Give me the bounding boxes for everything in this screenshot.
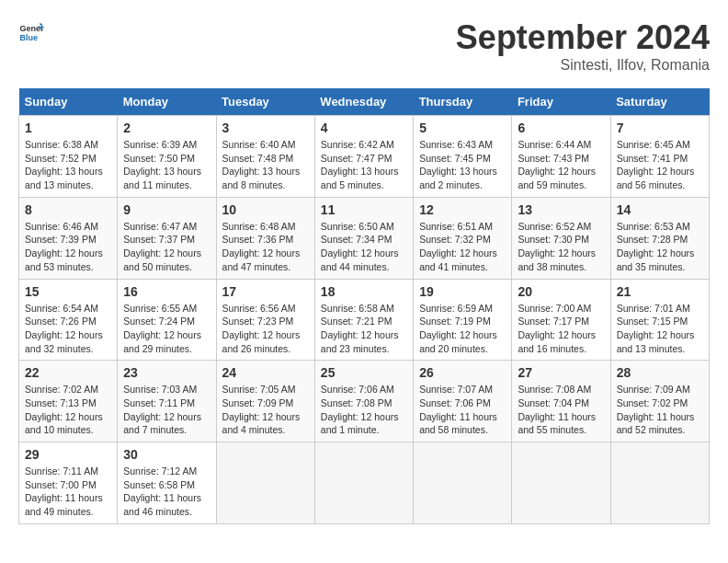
day-cell [414, 442, 512, 524]
col-monday: Monday [118, 88, 216, 116]
day-info: Sunrise: 6:40 AM Sunset: 7:48 PM Dayligh… [222, 138, 309, 192]
day-number: 12 [419, 202, 506, 217]
day-info: Sunrise: 6:48 AM Sunset: 7:36 PM Dayligh… [222, 220, 309, 274]
day-info: Sunrise: 6:39 AM Sunset: 7:50 PM Dayligh… [123, 138, 210, 192]
day-number: 7 [617, 121, 703, 135]
day-number: 16 [123, 284, 210, 299]
day-number: 5 [419, 121, 506, 135]
week-row-3: 15 Sunrise: 6:54 AM Sunset: 7:26 PM Dayl… [19, 279, 710, 361]
day-number: 9 [123, 202, 210, 217]
day-info: Sunrise: 6:38 AM Sunset: 7:52 PM Dayligh… [25, 138, 111, 192]
day-info: Sunrise: 7:05 AM Sunset: 7:09 PM Dayligh… [222, 383, 309, 437]
svg-text:General: General [19, 24, 44, 33]
day-info: Sunrise: 7:00 AM Sunset: 7:17 PM Dayligh… [518, 302, 604, 356]
day-cell: 10 Sunrise: 6:48 AM Sunset: 7:36 PM Dayl… [216, 197, 314, 279]
day-info: Sunrise: 6:42 AM Sunset: 7:47 PM Dayligh… [321, 138, 407, 192]
day-number: 3 [222, 121, 309, 135]
day-number: 13 [518, 202, 604, 217]
day-number: 30 [123, 447, 210, 462]
day-number: 14 [617, 202, 703, 217]
day-cell: 21 Sunrise: 7:01 AM Sunset: 7:15 PM Dayl… [610, 279, 709, 361]
week-row-1: 1 Sunrise: 6:38 AM Sunset: 7:52 PM Dayli… [19, 116, 710, 198]
day-cell: 6 Sunrise: 6:44 AM Sunset: 7:43 PM Dayli… [512, 116, 610, 198]
day-cell: 20 Sunrise: 7:00 AM Sunset: 7:17 PM Dayl… [512, 279, 610, 361]
day-cell: 19 Sunrise: 6:59 AM Sunset: 7:19 PM Dayl… [414, 279, 512, 361]
day-cell: 30 Sunrise: 7:12 AM Sunset: 6:58 PM Dayl… [118, 442, 216, 524]
day-cell: 29 Sunrise: 7:11 AM Sunset: 7:00 PM Dayl… [19, 442, 118, 524]
day-number: 23 [123, 365, 210, 380]
day-cell [610, 442, 709, 524]
day-number: 4 [321, 121, 407, 135]
day-number: 27 [518, 365, 604, 380]
day-cell: 3 Sunrise: 6:40 AM Sunset: 7:48 PM Dayli… [216, 116, 314, 198]
logo: General Blue [18, 18, 44, 44]
week-row-4: 22 Sunrise: 7:02 AM Sunset: 7:13 PM Dayl… [19, 361, 710, 442]
day-cell: 15 Sunrise: 6:54 AM Sunset: 7:26 PM Dayl… [19, 279, 118, 361]
location-title: Sintesti, Ilfov, Romania [456, 57, 710, 74]
title-section: September 2024 Sintesti, Ilfov, Romania [456, 18, 710, 74]
day-info: Sunrise: 7:02 AM Sunset: 7:13 PM Dayligh… [25, 383, 111, 437]
col-sunday: Sunday [19, 88, 118, 116]
day-info: Sunrise: 6:47 AM Sunset: 7:37 PM Dayligh… [123, 220, 210, 274]
day-number: 24 [222, 365, 309, 380]
day-number: 2 [123, 121, 210, 135]
day-info: Sunrise: 7:11 AM Sunset: 7:00 PM Dayligh… [25, 465, 111, 519]
col-wednesday: Wednesday [314, 88, 413, 116]
day-cell: 11 Sunrise: 6:50 AM Sunset: 7:34 PM Dayl… [314, 197, 413, 279]
day-cell: 12 Sunrise: 6:51 AM Sunset: 7:32 PM Dayl… [414, 197, 512, 279]
day-info: Sunrise: 6:54 AM Sunset: 7:26 PM Dayligh… [25, 302, 111, 356]
day-number: 6 [518, 121, 604, 135]
day-number: 22 [25, 365, 111, 380]
day-cell [216, 442, 314, 524]
day-number: 28 [617, 365, 703, 380]
day-cell: 13 Sunrise: 6:52 AM Sunset: 7:30 PM Dayl… [512, 197, 610, 279]
day-number: 10 [222, 202, 309, 217]
day-cell: 5 Sunrise: 6:43 AM Sunset: 7:45 PM Dayli… [414, 116, 512, 198]
day-info: Sunrise: 7:09 AM Sunset: 7:02 PM Dayligh… [617, 383, 703, 437]
day-cell: 23 Sunrise: 7:03 AM Sunset: 7:11 PM Dayl… [118, 361, 216, 442]
day-cell: 7 Sunrise: 6:45 AM Sunset: 7:41 PM Dayli… [610, 116, 709, 198]
day-number: 25 [321, 365, 407, 380]
day-cell [512, 442, 610, 524]
day-number: 21 [617, 284, 703, 299]
day-info: Sunrise: 7:06 AM Sunset: 7:08 PM Dayligh… [321, 383, 407, 437]
day-info: Sunrise: 7:03 AM Sunset: 7:11 PM Dayligh… [123, 383, 210, 437]
day-info: Sunrise: 6:55 AM Sunset: 7:24 PM Dayligh… [123, 302, 210, 356]
day-number: 20 [518, 284, 604, 299]
day-cell: 1 Sunrise: 6:38 AM Sunset: 7:52 PM Dayli… [19, 116, 118, 198]
logo-icon: General Blue [18, 18, 44, 44]
day-number: 19 [419, 284, 506, 299]
col-thursday: Thursday [414, 88, 512, 116]
day-info: Sunrise: 7:08 AM Sunset: 7:04 PM Dayligh… [518, 383, 604, 437]
col-saturday: Saturday [610, 88, 709, 116]
week-row-2: 8 Sunrise: 6:46 AM Sunset: 7:39 PM Dayli… [19, 197, 710, 279]
day-cell: 9 Sunrise: 6:47 AM Sunset: 7:37 PM Dayli… [118, 197, 216, 279]
day-cell [314, 442, 413, 524]
day-info: Sunrise: 6:53 AM Sunset: 7:28 PM Dayligh… [617, 220, 703, 274]
day-cell: 25 Sunrise: 7:06 AM Sunset: 7:08 PM Dayl… [314, 361, 413, 442]
day-cell: 17 Sunrise: 6:56 AM Sunset: 7:23 PM Dayl… [216, 279, 314, 361]
day-cell: 8 Sunrise: 6:46 AM Sunset: 7:39 PM Dayli… [19, 197, 118, 279]
day-info: Sunrise: 6:45 AM Sunset: 7:41 PM Dayligh… [617, 138, 703, 192]
day-info: Sunrise: 6:51 AM Sunset: 7:32 PM Dayligh… [419, 220, 506, 274]
svg-text:Blue: Blue [19, 33, 38, 42]
calendar-table: Sunday Monday Tuesday Wednesday Thursday… [18, 88, 710, 524]
page-header: General Blue September 2024 Sintesti, Il… [18, 18, 710, 74]
day-info: Sunrise: 6:56 AM Sunset: 7:23 PM Dayligh… [222, 302, 309, 356]
day-info: Sunrise: 7:07 AM Sunset: 7:06 PM Dayligh… [419, 383, 506, 437]
day-cell: 2 Sunrise: 6:39 AM Sunset: 7:50 PM Dayli… [118, 116, 216, 198]
day-cell: 4 Sunrise: 6:42 AM Sunset: 7:47 PM Dayli… [314, 116, 413, 198]
month-title: September 2024 [456, 18, 710, 57]
day-cell: 16 Sunrise: 6:55 AM Sunset: 7:24 PM Dayl… [118, 279, 216, 361]
col-friday: Friday [512, 88, 610, 116]
day-cell: 14 Sunrise: 6:53 AM Sunset: 7:28 PM Dayl… [610, 197, 709, 279]
day-number: 17 [222, 284, 309, 299]
day-info: Sunrise: 6:46 AM Sunset: 7:39 PM Dayligh… [25, 220, 111, 274]
day-info: Sunrise: 7:12 AM Sunset: 6:58 PM Dayligh… [123, 465, 210, 519]
header-row: Sunday Monday Tuesday Wednesday Thursday… [19, 88, 710, 116]
day-info: Sunrise: 6:43 AM Sunset: 7:45 PM Dayligh… [419, 138, 506, 192]
day-cell: 26 Sunrise: 7:07 AM Sunset: 7:06 PM Dayl… [414, 361, 512, 442]
day-info: Sunrise: 6:44 AM Sunset: 7:43 PM Dayligh… [518, 138, 604, 192]
day-info: Sunrise: 6:59 AM Sunset: 7:19 PM Dayligh… [419, 302, 506, 356]
day-cell: 18 Sunrise: 6:58 AM Sunset: 7:21 PM Dayl… [314, 279, 413, 361]
